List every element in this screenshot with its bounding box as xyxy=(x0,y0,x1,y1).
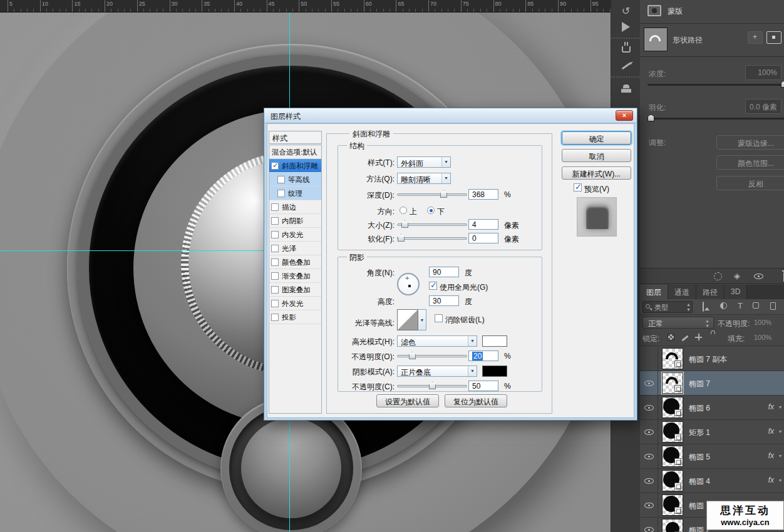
preview-checkbox[interactable] xyxy=(574,183,582,192)
fx-badge[interactable]: fx xyxy=(768,402,774,411)
antialias-checkbox[interactable] xyxy=(435,314,443,322)
layer-thumbnail[interactable] xyxy=(662,421,683,442)
density-slider[interactable] xyxy=(647,84,784,86)
lock-transparency-icon[interactable] xyxy=(668,334,674,340)
unchecked-checkbox-icon[interactable] xyxy=(271,245,279,252)
technique-dropdown[interactable]: 雕刻清晰▼ xyxy=(397,173,451,184)
depth-input[interactable]: 368 xyxy=(468,189,498,200)
layer-thumbnail[interactable] xyxy=(662,470,683,491)
checked-checkbox-icon[interactable] xyxy=(271,162,279,170)
dialog-title-bar[interactable]: 图层样式 xyxy=(264,108,637,123)
tab-3d[interactable]: 3D xyxy=(725,285,747,299)
eye-icon[interactable] xyxy=(644,454,654,459)
unchecked-checkbox-icon[interactable] xyxy=(271,300,279,307)
style-list-item[interactable]: 光泽 xyxy=(269,242,321,255)
layer-name[interactable]: 矩形 1 xyxy=(689,427,710,438)
shape-layer-filter-icon[interactable] xyxy=(753,302,759,309)
style-list-item[interactable]: 外发光 xyxy=(269,297,321,310)
unchecked-checkbox-icon[interactable] xyxy=(271,217,279,225)
set-default-button[interactable]: 设置为默认值 xyxy=(376,394,439,407)
mask-visibility-eye-icon[interactable] xyxy=(754,274,763,279)
layer-visibility-cell[interactable] xyxy=(640,371,658,395)
actions-panel-icon[interactable] xyxy=(611,19,641,35)
size-input[interactable]: 4 xyxy=(468,219,498,230)
layer-name[interactable]: 椭圆 4 xyxy=(689,476,710,487)
clone-source-panel-icon[interactable] xyxy=(611,80,641,96)
add-pixel-mask-button[interactable] xyxy=(748,31,763,44)
layer-thumbnail[interactable] xyxy=(662,446,683,467)
gloss-contour-dropdown-arrow[interactable]: ▼ xyxy=(418,309,426,330)
layer-row[interactable]: 椭圆 5fx▾ xyxy=(640,444,784,469)
shadow-opacity-input[interactable]: 50 xyxy=(468,381,498,391)
layer-visibility-cell[interactable] xyxy=(640,420,658,444)
fx-badge[interactable]: fx xyxy=(768,427,774,436)
layer-name[interactable]: 椭圆 7 副本 xyxy=(689,354,727,365)
layer-thumbnail[interactable] xyxy=(662,372,683,394)
depth-slider[interactable] xyxy=(397,193,467,196)
layer-visibility-cell[interactable] xyxy=(640,469,658,493)
shadow-mode-dropdown[interactable]: 正片叠底▼ xyxy=(397,366,477,377)
layer-visibility-cell[interactable] xyxy=(640,518,658,532)
layer-row[interactable]: 矩形 1fx▾ xyxy=(640,420,784,444)
fx-badge[interactable]: fx xyxy=(768,451,774,460)
eye-icon[interactable] xyxy=(644,405,654,411)
dialog-close-button[interactable]: × xyxy=(616,110,633,121)
horizontal-ruler[interactable]: 5101520253035404550556065707580859095 xyxy=(0,0,611,13)
load-selection-icon[interactable] xyxy=(714,272,722,280)
style-list-item[interactable]: 描边 xyxy=(269,200,321,214)
shadow-opacity-slider[interactable] xyxy=(397,385,467,387)
adjustment-layer-filter-icon[interactable] xyxy=(720,302,727,309)
altitude-input[interactable]: 30 xyxy=(429,295,459,306)
layer-thumbnail[interactable] xyxy=(662,494,683,516)
color-range-button[interactable]: 颜色范围... xyxy=(716,155,784,170)
angle-input[interactable]: 90 xyxy=(429,267,459,277)
layer-visibility-cell[interactable] xyxy=(640,396,658,419)
angle-dial[interactable] xyxy=(397,273,420,295)
unchecked-checkbox-icon[interactable] xyxy=(271,258,279,266)
tool-presets-panel-icon[interactable] xyxy=(611,41,641,58)
size-slider[interactable] xyxy=(397,223,467,226)
blend-mode-dropdown[interactable]: 正常 ▲▼ xyxy=(642,317,714,329)
style-list-item[interactable]: 纹理 xyxy=(269,187,321,200)
style-list-item[interactable]: 投影 xyxy=(269,310,321,324)
unchecked-checkbox-icon[interactable] xyxy=(277,176,285,183)
history-panel-icon[interactable]: ↺ xyxy=(611,3,641,19)
pixel-layer-filter-icon[interactable] xyxy=(703,302,704,312)
layer-name[interactable]: 椭圆 6 xyxy=(689,403,710,414)
unchecked-checkbox-icon[interactable] xyxy=(271,286,279,294)
tab-paths[interactable]: 路径 xyxy=(696,285,725,299)
layer-row[interactable]: 椭圆 7 xyxy=(640,371,784,396)
layer-row[interactable]: 椭圆 6fx▾ xyxy=(640,396,784,420)
tab-layers[interactable]: 图层 xyxy=(640,285,668,299)
layer-row[interactable]: 椭圆 7 副本 xyxy=(640,347,784,371)
highlight-opacity-input[interactable]: 20 xyxy=(468,350,498,361)
layer-name[interactable]: 椭圆 5 xyxy=(689,452,710,463)
style-list-item[interactable]: 内发光 xyxy=(269,228,321,242)
style-list-item[interactable]: 颜色叠加 xyxy=(269,255,321,269)
bevel-style-dropdown[interactable]: 外斜面▼ xyxy=(397,156,451,168)
mask-edge-button[interactable]: 蒙版边缘... xyxy=(716,135,784,150)
layer-thumbnail[interactable] xyxy=(662,348,683,369)
layer-row[interactable]: 椭圆 4fx▾ xyxy=(640,469,784,493)
direction-up-radio[interactable] xyxy=(400,207,407,214)
style-list-item[interactable]: 图案叠加 xyxy=(269,283,321,297)
layer-visibility-cell[interactable] xyxy=(640,444,658,468)
opacity-value[interactable]: 100% xyxy=(754,317,784,329)
unchecked-checkbox-icon[interactable] xyxy=(277,190,285,197)
reset-default-button[interactable]: 复位为默认值 xyxy=(445,394,507,407)
highlight-mode-dropdown[interactable]: 滤色▼ xyxy=(397,335,477,347)
layer-visibility-cell[interactable] xyxy=(640,347,658,371)
shadow-color-swatch[interactable] xyxy=(482,366,507,377)
layer-thumbnail[interactable] xyxy=(662,519,683,532)
add-vector-mask-button[interactable] xyxy=(766,31,781,44)
lock-pixels-icon[interactable] xyxy=(681,335,688,341)
brush-presets-panel-icon[interactable] xyxy=(611,58,641,74)
highlight-color-swatch[interactable] xyxy=(482,335,507,347)
eye-icon[interactable] xyxy=(644,429,654,435)
new-style-button[interactable]: 新建样式(W)... xyxy=(562,166,631,180)
soften-slider[interactable] xyxy=(397,237,467,240)
fx-collapse-chevron-icon[interactable]: ▾ xyxy=(779,478,781,483)
unchecked-checkbox-icon[interactable] xyxy=(271,203,279,211)
gloss-contour-thumbnail[interactable] xyxy=(397,309,418,330)
density-slider-thumb[interactable] xyxy=(781,81,784,88)
